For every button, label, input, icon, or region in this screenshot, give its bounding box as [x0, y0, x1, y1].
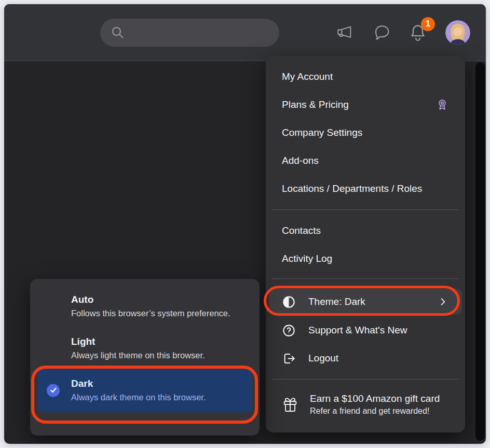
topbar-icons: 1 — [335, 20, 486, 45]
option-title: Dark — [71, 376, 242, 391]
chevron-right-icon — [438, 297, 448, 307]
menu-item-contacts[interactable]: Contacts — [266, 217, 465, 245]
chat-bubble-icon — [373, 24, 390, 41]
menu-item-logout[interactable]: Logout — [266, 344, 465, 372]
menu-item-company-settings[interactable]: Company Settings — [266, 119, 465, 147]
avatar-image — [445, 20, 470, 45]
contrast-icon — [282, 295, 296, 309]
theme-option-light[interactable]: Light Always light theme on this browser… — [30, 334, 260, 362]
gift-icon — [282, 396, 298, 413]
option-description: Always light theme on this browser. — [71, 349, 260, 362]
menu-item-label: Activity Log — [282, 253, 332, 264]
help-circle-icon — [282, 324, 296, 338]
menu-item-label: Support & What's New — [308, 325, 407, 336]
megaphone-icon — [335, 25, 354, 40]
user-avatar[interactable] — [445, 20, 470, 45]
top-bar: 1 — [4, 4, 486, 61]
menu-item-my-account[interactable]: My Account — [266, 63, 465, 91]
announcements-button[interactable] — [335, 25, 354, 40]
referral-text: Earn a $100 Amazon gift card Refer a fri… — [310, 393, 440, 416]
menu-divider — [272, 209, 459, 210]
option-description: Always dark theme on this browser. — [71, 391, 242, 404]
option-description: Follows this browser’s system preference… — [71, 307, 260, 320]
account-menu: My Account Plans & Pricing Company Setti… — [266, 56, 465, 432]
theme-option-dark[interactable]: Dark Always dark theme on this browser. — [37, 368, 252, 412]
menu-item-label: Company Settings — [282, 127, 362, 138]
scrollbar-thumb[interactable] — [475, 62, 485, 441]
menu-item-add-ons[interactable]: Add-ons — [266, 147, 465, 175]
menu-item-locations-departments-roles[interactable]: Locations / Departments / Roles — [266, 175, 465, 203]
menu-divider — [272, 379, 459, 380]
menu-item-label: Add-ons — [282, 155, 319, 166]
logout-icon — [282, 352, 296, 366]
messages-button[interactable] — [373, 24, 390, 41]
notifications-button[interactable]: 1 — [409, 23, 427, 42]
option-title: Light — [71, 334, 260, 349]
referral-title: Earn a $100 Amazon gift card — [310, 393, 440, 404]
menu-item-support[interactable]: Support & What's New — [266, 316, 465, 344]
menu-item-label: Locations / Departments / Roles — [282, 183, 422, 194]
menu-item-label: Theme: Dark — [308, 296, 365, 307]
menu-divider — [272, 278, 459, 279]
search-bar — [100, 19, 279, 47]
check-icon — [47, 384, 60, 397]
search-input[interactable] — [100, 19, 279, 47]
menu-item-label: My Account — [282, 71, 333, 82]
menu-item-activity-log[interactable]: Activity Log — [266, 245, 465, 273]
option-title: Auto — [71, 292, 260, 307]
menu-item-plans-pricing[interactable]: Plans & Pricing — [266, 91, 465, 119]
menu-item-label: Contacts — [282, 225, 321, 236]
notification-badge: 1 — [421, 17, 435, 31]
search-icon — [111, 25, 125, 40]
theme-submenu: Auto Follows this browser’s system prefe… — [30, 279, 260, 436]
menu-item-label: Logout — [308, 353, 338, 364]
app-window: 1 My Account Plans & Pricing — [4, 4, 486, 444]
theme-option-auto[interactable]: Auto Follows this browser’s system prefe… — [30, 292, 260, 320]
referral-subtitle: Refer a friend and get rewarded! — [310, 407, 440, 416]
menu-item-referral[interactable]: Earn a $100 Amazon gift card Refer a fri… — [266, 386, 465, 416]
menu-item-theme[interactable]: Theme: Dark — [269, 289, 462, 315]
menu-item-label: Plans & Pricing — [282, 99, 349, 110]
award-ribbon-icon — [435, 98, 449, 111]
